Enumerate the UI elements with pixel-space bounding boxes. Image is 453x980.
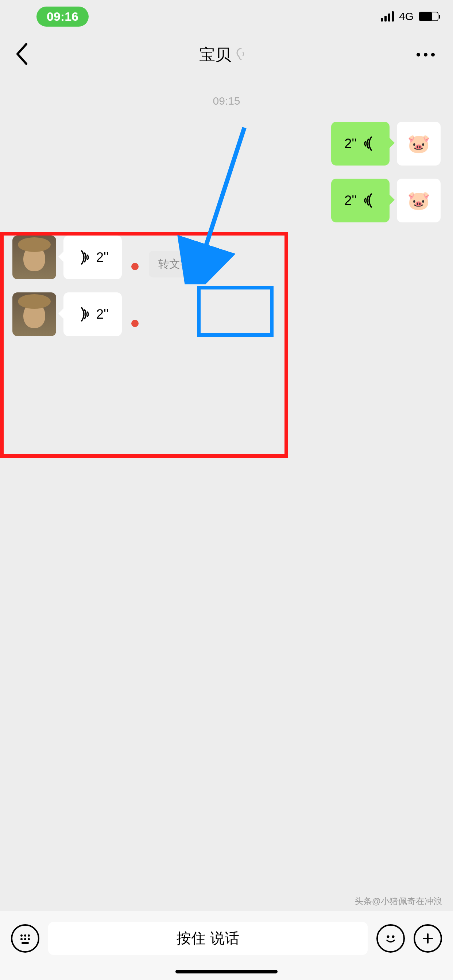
watermark-label: 头条@小猪佩奇在冲浪 bbox=[354, 896, 442, 907]
svg-point-6 bbox=[28, 938, 30, 940]
unread-dot-icon bbox=[131, 320, 139, 327]
status-time: 09:16 bbox=[37, 6, 89, 27]
input-bar: 按住 说话 bbox=[0, 911, 453, 980]
network-label: 4G bbox=[399, 10, 414, 22]
svg-point-5 bbox=[24, 938, 26, 940]
voice-bubble-out[interactable]: 2'' bbox=[331, 179, 389, 223]
svg-point-1 bbox=[21, 934, 22, 937]
status-bar: 09:16 4G bbox=[0, 0, 453, 33]
status-right: 4G bbox=[381, 10, 439, 22]
convert-to-text-button[interactable]: 转文字 bbox=[149, 251, 201, 277]
svg-point-9 bbox=[392, 935, 395, 938]
voice-wave-icon bbox=[77, 307, 90, 321]
voice-bubble-in[interactable]: 2'' bbox=[64, 235, 122, 279]
hold-to-talk-button[interactable]: 按住 说话 bbox=[48, 922, 368, 955]
voice-wave-icon bbox=[363, 136, 376, 151]
message-in-1: 2'' 转文字 bbox=[0, 235, 453, 279]
nav-bar: 宝贝 bbox=[0, 33, 453, 76]
voice-wave-icon bbox=[77, 250, 90, 265]
emoji-button[interactable] bbox=[376, 924, 405, 953]
chat-title: 宝贝 bbox=[199, 44, 231, 65]
unread-dot-icon bbox=[131, 263, 139, 270]
avatar-contact[interactable] bbox=[13, 235, 56, 279]
voice-duration: 2'' bbox=[96, 250, 109, 265]
svg-point-3 bbox=[28, 934, 30, 937]
svg-point-4 bbox=[21, 938, 22, 940]
svg-point-2 bbox=[24, 934, 26, 937]
voice-duration: 2'' bbox=[344, 193, 357, 208]
avatar-contact[interactable] bbox=[13, 293, 56, 336]
avatar-sticker-icon: 🐷 bbox=[407, 133, 430, 154]
battery-icon bbox=[419, 12, 439, 21]
svg-rect-7 bbox=[22, 942, 29, 944]
voice-duration: 2'' bbox=[96, 307, 109, 322]
voice-wave-icon bbox=[363, 193, 376, 208]
keyboard-toggle-button[interactable] bbox=[11, 924, 39, 953]
home-indicator bbox=[175, 970, 278, 974]
more-functions-button[interactable] bbox=[414, 924, 442, 953]
voice-bubble-in[interactable]: 2'' bbox=[64, 293, 122, 336]
avatar-sticker-icon: 🐷 bbox=[407, 190, 430, 211]
timestamp-label: 09:15 bbox=[0, 95, 453, 107]
avatar-self[interactable]: 🐷 bbox=[397, 122, 440, 165]
voice-bubble-out[interactable]: 2'' bbox=[331, 122, 389, 165]
voice-duration: 2'' bbox=[344, 136, 357, 151]
avatar-self[interactable]: 🐷 bbox=[397, 179, 440, 223]
signal-icon bbox=[381, 11, 394, 22]
message-out-2: 🐷 2'' bbox=[0, 179, 453, 223]
earpiece-mode-icon bbox=[236, 48, 247, 62]
more-button[interactable] bbox=[416, 53, 439, 57]
message-in-2: 2'' bbox=[0, 293, 453, 336]
svg-point-8 bbox=[387, 935, 389, 938]
back-button[interactable] bbox=[14, 43, 29, 66]
message-out-1: 🐷 2'' bbox=[0, 122, 453, 165]
chat-title-wrap: 宝贝 bbox=[199, 44, 247, 65]
